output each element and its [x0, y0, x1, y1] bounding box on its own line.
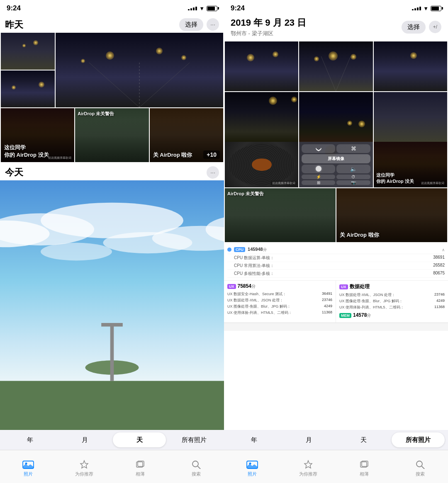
right-meme-2-text: 关 AirDrop 啦你 — [340, 231, 379, 239]
svg-line-20 — [198, 466, 200, 469]
left-yesterday-small-photos — [1, 33, 55, 107]
cc-volume: 🔈 — [336, 165, 370, 173]
cc-bluetooth: ⌘ — [336, 144, 370, 153]
left-bottom-nav: 年 月 天 所有照片 — [0, 430, 224, 450]
left-battery-icon — [207, 6, 217, 11]
left-nav-day[interactable]: 天 — [113, 432, 166, 447]
vinyl-watermark: 说说视频弹幕歌词 — [271, 181, 297, 186]
cc-timer: ⏱ — [336, 175, 370, 179]
left-meme-3-text: 关 AirDrop 啦你 — [153, 151, 192, 159]
left-meme-3[interactable]: +10 关 AirDrop 啦你 — [150, 108, 223, 162]
left-photo-main-road[interactable] — [56, 33, 223, 107]
left-yesterday-header: 昨天 选择 ··· — [0, 15, 224, 33]
right-person-text: 这位同学 你的 AirDrop 没关 — [376, 172, 414, 184]
left-tab-search-icon — [190, 459, 202, 469]
svg-rect-14 — [101, 323, 123, 327]
left-tab-search-label: 搜索 — [192, 471, 201, 477]
svg-rect-11 — [0, 381, 224, 430]
left-meme-1-text: 这位同学 你的 AirDrop 没关 — [4, 144, 49, 159]
left-meme-1-watermark: 说说视频弹幕歌词 — [47, 155, 73, 160]
left-status-time: 9:24 — [7, 4, 21, 12]
left-meme-3-plus: +10 — [203, 150, 220, 159]
cc-screen-mirror: 屏幕镜像 — [302, 154, 370, 163]
svg-line-1 — [139, 63, 190, 107]
cc-flashlight: ⚡ — [302, 175, 335, 179]
vinyl-record-disc — [229, 144, 295, 185]
left-tab-recommend-icon — [78, 459, 90, 469]
cc-grid: ⊞ — [302, 180, 335, 185]
cc-camera: 📷 — [336, 180, 370, 185]
left-signal-icon — [188, 7, 197, 10]
left-meme-row: 这位同学 你的 AirDrop 没关 说说视频弹幕歌词 AirDrop 未关警告… — [0, 107, 224, 162]
left-tab-recommend-label: 为你推荐 — [75, 471, 93, 477]
left-header-buttons: 选择 ··· — [179, 18, 219, 31]
left-meme-2[interactable]: AirDrop 未关警告 — [75, 108, 149, 162]
svg-rect-13 — [110, 323, 114, 381]
right-photo-control-center[interactable]: ⌘ 屏幕镜像 🔈 ⚡ ⏱ ⊞ 📷 — [299, 142, 373, 187]
cc-wifi — [302, 144, 335, 153]
right-meme-1[interactable]: AirDrop 未关警告 — [225, 188, 336, 242]
right-person-watermark: 说说视频弹幕歌词 — [420, 181, 446, 186]
svg-point-23 — [318, 150, 319, 151]
left-bottom-tabs: 照片 为你推荐 相薄 — [0, 450, 224, 483]
left-photo-small-road[interactable] — [1, 70, 55, 107]
svg-point-19 — [192, 461, 198, 467]
left-status-bar: 9:24 ▼ — [0, 0, 224, 15]
left-today-label: 今天 — [5, 166, 23, 179]
left-tab-albums[interactable]: 相薄 — [112, 456, 168, 477]
left-yesterday-label: 昨天 — [5, 19, 23, 31]
left-more-button[interactable]: ··· — [207, 18, 219, 31]
right-photo-person[interactable]: 这位同学 你的 AirDrop 没关 说说视频弹幕歌词 — [374, 142, 447, 187]
left-tab-photos-icon — [22, 459, 34, 469]
left-photo-building[interactable] — [1, 33, 55, 70]
left-nav-year[interactable]: 年 — [3, 432, 56, 447]
left-tab-albums-icon — [134, 459, 146, 469]
left-meme-1[interactable]: 这位同学 你的 AirDrop 没关 说说视频弹幕歌词 — [1, 108, 74, 162]
left-tab-photos-label: 照片 — [24, 471, 33, 477]
left-today-more-button[interactable]: ··· — [207, 166, 219, 179]
left-tab-albums-label: 相薄 — [136, 471, 145, 477]
left-today-header: 今天 ··· — [0, 162, 224, 180]
right-photo-6[interactable] — [374, 92, 447, 142]
left-wifi-icon: ▼ — [199, 5, 205, 12]
road-lines-svg — [56, 33, 223, 107]
right-meme-1-text: AirDrop 未关警告 — [227, 191, 264, 197]
left-nav-month[interactable]: 月 — [58, 432, 111, 447]
left-tab-photos[interactable]: 照片 — [0, 456, 56, 477]
left-panel: 9:24 ▼ 昨天 选择 ··· — [0, 0, 224, 483]
left-tab-recommend[interactable]: 为你推荐 — [56, 456, 112, 477]
cc-brightness — [302, 165, 335, 173]
left-yesterday-grid — [0, 33, 224, 107]
sky-svg — [0, 180, 224, 430]
right-photo-vinyl[interactable]: 说说视频弹幕歌词 — [225, 142, 298, 187]
left-today-photo[interactable] — [0, 180, 224, 430]
left-select-button[interactable]: 选择 — [179, 18, 203, 31]
left-meme-2-text: AirDrop 未关警告 — [78, 111, 114, 117]
svg-point-9 — [41, 243, 112, 261]
right-photo-grid-row3: 说说视频弹幕歌词 ⌘ — [224, 142, 448, 187]
right-panel: 9:24 ▼ 2019 年 9 月 23 日 鄂州市 - 梁子湖区 选择 +/ — [224, 0, 448, 483]
left-tab-search[interactable]: 搜索 — [168, 456, 224, 477]
left-nav-all[interactable]: 所有照片 — [168, 432, 221, 447]
svg-point-10 — [103, 232, 192, 254]
left-status-icons: ▼ — [188, 5, 217, 12]
svg-line-0 — [89, 63, 139, 107]
right-photo-grid-row2 — [224, 92, 448, 142]
right-meme-2[interactable]: 关 AirDrop 啦你 — [336, 188, 447, 242]
right-scrollable[interactable]: 说说视频弹幕歌词 ⌘ — [224, 41, 448, 430]
